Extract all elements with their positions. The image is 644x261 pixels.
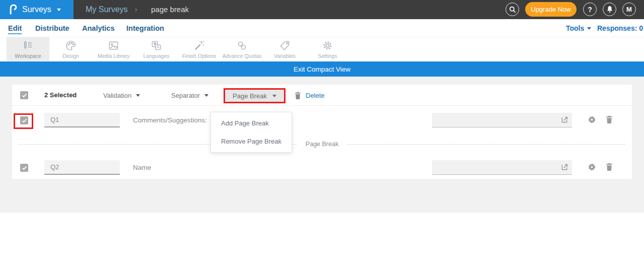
breadcrumb-current-survey: page break	[151, 0, 189, 19]
page-break-divider-label: Page Break	[306, 141, 338, 148]
question-2-code-input[interactable]: Q2	[44, 160, 120, 175]
question-2-delete-button[interactable]	[605, 162, 613, 173]
avatar[interactable]: M	[622, 3, 636, 16]
toolbar-item-design[interactable]: Design	[49, 37, 92, 61]
help-button[interactable]: ?	[583, 3, 597, 16]
question-1-title: Comments/Suggestions:	[133, 113, 207, 127]
breadcrumb-my-surveys[interactable]: My Surveys	[86, 0, 128, 19]
separator-dropdown[interactable]: Separator	[171, 85, 208, 106]
question-1-answer-field[interactable]	[432, 113, 572, 127]
question-1-checkbox[interactable]	[20, 116, 28, 124]
trash-icon	[294, 91, 302, 100]
trash-icon	[605, 162, 613, 171]
search-icon	[509, 6, 516, 13]
questionpro-logo-icon	[8, 3, 18, 16]
avatar-initial: M	[626, 6, 632, 13]
gear-icon	[587, 115, 597, 124]
svg-text:A: A	[157, 45, 160, 49]
check-icon	[22, 118, 27, 123]
caret-down-icon	[204, 94, 208, 97]
tools-label: Tools	[566, 19, 584, 37]
menu-item-add-page-break[interactable]: Add Page Break	[211, 114, 292, 133]
toolbar-item-settings[interactable]: Settings	[306, 37, 349, 61]
external-link-icon[interactable]	[560, 163, 568, 173]
question-2-checkbox[interactable]	[20, 164, 28, 172]
exit-compact-view-banner[interactable]: Exit Compact View	[0, 61, 644, 77]
workspace-content: 2 Selected Validation Separator Page Bre…	[0, 77, 644, 213]
page-break-label: Page Break	[233, 92, 267, 100]
toolbar-item-languages[interactable]: A Languages	[135, 37, 178, 61]
toolbar-item-label: Variables	[274, 53, 296, 59]
toolbar-item-media-library[interactable]: Media Library	[92, 37, 135, 61]
upgrade-now-button[interactable]: Upgrade Now	[525, 2, 577, 17]
selection-toolbar: 2 Selected Validation Separator Page Bre…	[12, 85, 632, 106]
chevron-down-icon	[57, 9, 61, 11]
external-link-icon[interactable]	[560, 116, 568, 126]
workspace-icon	[22, 40, 34, 51]
toolbar-item-finish-options[interactable]: Finish Options	[178, 37, 221, 61]
tab-analytics[interactable]: Analytics	[82, 19, 114, 37]
caret-down-icon	[136, 94, 140, 97]
check-icon	[22, 166, 27, 170]
question-1-delete-button[interactable]	[605, 115, 613, 126]
toolbar-item-label: Design	[62, 53, 79, 59]
toolbar-item-label: Advance Quotas	[223, 53, 262, 59]
responses-label: Responses: 0	[597, 19, 643, 37]
question-list-card: 2 Selected Validation Separator Page Bre…	[12, 85, 632, 179]
notifications-button[interactable]	[603, 3, 616, 16]
select-all-checkbox[interactable]	[20, 91, 28, 99]
menu-item-remove-page-break[interactable]: Remove Page Break	[211, 133, 292, 151]
product-switcher[interactable]: Surveys	[0, 0, 74, 19]
separator-label: Separator	[171, 92, 200, 99]
page-break-menu: Add Page Break Remove Page Break	[210, 112, 292, 153]
trash-icon	[605, 115, 613, 124]
breadcrumb-separator: ›	[135, 0, 137, 19]
delete-label: Delete	[306, 92, 325, 99]
question-2-settings-button[interactable]	[587, 162, 597, 174]
page-break-dropdown[interactable]: Page Break	[225, 90, 284, 102]
check-icon	[22, 93, 27, 98]
toolbar-item-variables[interactable]: Variables	[263, 37, 306, 61]
settings-icon	[322, 40, 333, 51]
languages-icon: A	[151, 40, 162, 51]
product-name: Surveys	[22, 5, 51, 14]
question-2-title: Name	[133, 160, 151, 175]
question-1-settings-button[interactable]	[587, 115, 597, 126]
delete-selected-button[interactable]: Delete	[294, 85, 325, 106]
survey-nav: Edit Distribute Analytics Integration To…	[0, 19, 644, 37]
toolbar-item-label: Settings	[318, 53, 337, 59]
responses-link[interactable]: Responses: 0	[597, 19, 643, 37]
search-button[interactable]	[506, 3, 519, 16]
selected-count: 2 Selected	[44, 85, 77, 106]
question-mark-icon: ?	[588, 6, 592, 14]
caret-down-icon	[272, 95, 276, 97]
media-library-icon	[108, 40, 119, 51]
bell-icon	[606, 6, 613, 13]
toolbar-item-label: Languages	[144, 53, 170, 59]
tab-edit[interactable]: Edit	[8, 19, 22, 37]
toolbar-item-label: Media Library	[98, 53, 130, 59]
question-1-code-input[interactable]: Q1	[44, 113, 120, 127]
upgrade-now-label: Upgrade Now	[531, 6, 571, 13]
toolbar-item-label: Workspace	[15, 53, 41, 59]
top-bar: Surveys My Surveys › page break Upgrade …	[0, 0, 644, 19]
edit-toolbar: Workspace Design Media Library A Languag…	[0, 37, 644, 61]
gear-icon	[587, 162, 597, 172]
exit-compact-view-label: Exit Compact View	[294, 66, 350, 73]
toolbar-item-advance-quotas[interactable]: Advance Quotas	[221, 37, 263, 61]
validation-dropdown[interactable]: Validation	[103, 85, 140, 106]
design-icon	[65, 40, 77, 51]
toolbar-item-label: Finish Options	[182, 53, 216, 59]
divider-line	[347, 144, 625, 145]
page-break-highlight: Page Break	[224, 88, 285, 103]
question-2-answer-field[interactable]	[432, 160, 572, 175]
variables-icon	[279, 40, 291, 51]
tools-dropdown[interactable]: Tools	[566, 19, 591, 37]
tab-distribute[interactable]: Distribute	[35, 19, 69, 37]
tab-integration[interactable]: Integration	[126, 19, 164, 37]
caret-down-icon	[587, 27, 591, 30]
toolbar-item-workspace[interactable]: Workspace	[7, 37, 49, 61]
page-break-divider: Page Break	[12, 140, 632, 148]
advance-quotas-icon	[236, 40, 248, 51]
validation-label: Validation	[103, 92, 131, 99]
